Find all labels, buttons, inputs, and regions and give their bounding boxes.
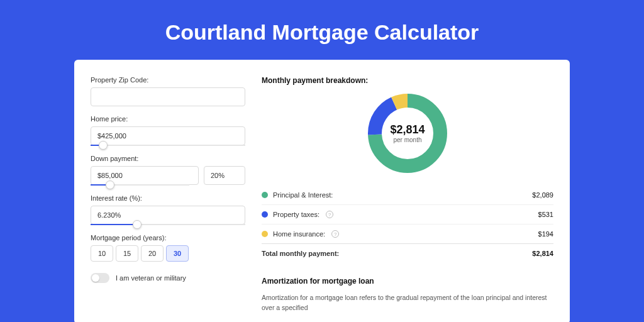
- zip-label: Property Zip Code:: [91, 76, 245, 84]
- legend-dot-1: [262, 211, 268, 218]
- legend-label-2: Home insurance:: [273, 230, 325, 238]
- inputs-column: Property Zip Code: Home price: Down paym…: [91, 76, 245, 322]
- price-label: Home price:: [91, 115, 245, 123]
- zip-input[interactable]: [91, 87, 245, 106]
- rate-group: Interest rate (%):: [91, 194, 245, 225]
- veteran-row: I am veteran or military: [91, 273, 245, 283]
- amortization-text: Amortization for a mortgage loan refers …: [262, 293, 553, 313]
- rate-slider-fill: [91, 224, 137, 225]
- legend-total-row: Total monthly payment: $2,814: [262, 243, 553, 263]
- rate-slider[interactable]: [91, 224, 245, 225]
- down-slider-thumb[interactable]: [106, 180, 114, 189]
- breakdown-title: Monthly payment breakdown:: [262, 76, 553, 85]
- period-label: Mortgage period (years):: [91, 234, 245, 242]
- period-btn-30[interactable]: 30: [166, 245, 189, 262]
- legend-value-1: $531: [538, 211, 553, 218]
- donut-sub: per month: [393, 136, 421, 143]
- period-group: Mortgage period (years): 10152030: [91, 234, 245, 262]
- down-group: Down payment:: [91, 155, 245, 186]
- period-btn-15[interactable]: 15: [116, 245, 138, 262]
- legend-value-2: $194: [538, 230, 553, 238]
- rate-slider-thumb[interactable]: [133, 220, 142, 229]
- price-input[interactable]: [91, 126, 245, 145]
- page-title: Courtland Mortgage Calculator: [0, 0, 644, 60]
- period-options: 10152030: [91, 245, 245, 262]
- legend-dot-0: [262, 192, 268, 198]
- amortization-title: Amortization for mortgage loan: [262, 277, 553, 286]
- breakdown-column: Monthly payment breakdown: $2,814 per mo…: [262, 76, 553, 322]
- legend-total-value: $2,814: [532, 250, 553, 257]
- legend-row-2: Home insurance:?$194: [262, 225, 553, 244]
- amortization-block: Amortization for mortgage loan Amortizat…: [262, 277, 553, 313]
- rate-label: Interest rate (%):: [91, 194, 245, 202]
- legend-row-1: Property taxes:?$531: [262, 205, 553, 225]
- down-pct-input[interactable]: [204, 166, 245, 185]
- price-slider-thumb[interactable]: [99, 141, 108, 150]
- period-btn-20[interactable]: 20: [141, 245, 164, 262]
- donut-chart: $2,814 per month: [367, 92, 448, 174]
- price-slider[interactable]: [91, 145, 245, 146]
- down-label: Down payment:: [91, 155, 245, 162]
- donut-chart-wrap: $2,814 per month: [262, 92, 553, 174]
- down-slider[interactable]: [91, 184, 189, 186]
- veteran-toggle[interactable]: [91, 273, 109, 283]
- info-icon[interactable]: ?: [331, 230, 339, 238]
- period-btn-10[interactable]: 10: [91, 245, 113, 262]
- donut-amount: $2,814: [390, 123, 425, 136]
- legend-total-label: Total monthly payment:: [262, 250, 339, 257]
- legend-row-0: Principal & Interest:$2,089: [262, 186, 553, 205]
- zip-group: Property Zip Code:: [91, 76, 245, 106]
- legend-dot-2: [262, 231, 268, 237]
- calculator-card: Property Zip Code: Home price: Down paym…: [74, 60, 570, 322]
- legend: Principal & Interest:$2,089Property taxe…: [262, 186, 553, 244]
- legend-value-0: $2,089: [532, 191, 553, 199]
- legend-label-1: Property taxes:: [273, 211, 319, 218]
- legend-label-0: Principal & Interest:: [273, 191, 333, 199]
- info-icon[interactable]: ?: [326, 211, 333, 218]
- price-group: Home price:: [91, 115, 245, 146]
- rate-input[interactable]: [91, 206, 245, 225]
- veteran-label: I am veteran or military: [116, 274, 186, 282]
- donut-center: $2,814 per month: [367, 92, 448, 174]
